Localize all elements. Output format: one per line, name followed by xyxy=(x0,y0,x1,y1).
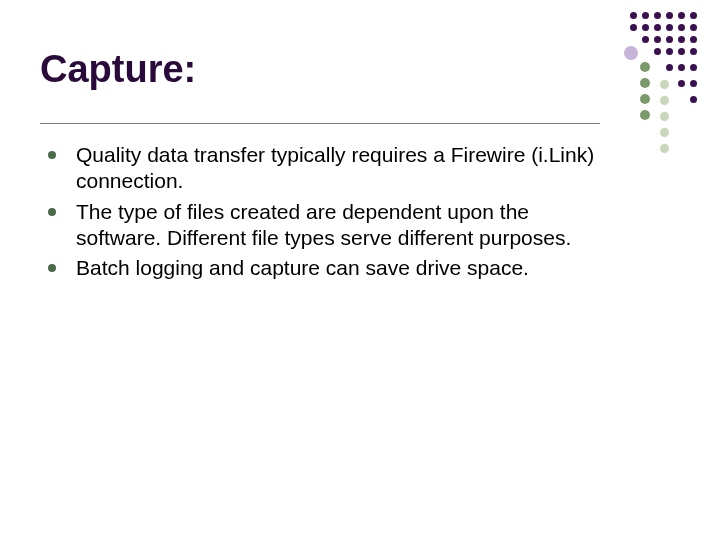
bullet-text: Batch logging and capture can save drive… xyxy=(76,255,529,281)
slide-title: Capture: xyxy=(40,48,680,95)
list-item: Quality data transfer typically requires… xyxy=(48,142,610,195)
bullet-icon xyxy=(48,208,56,216)
corner-decoration xyxy=(598,10,708,170)
list-item: Batch logging and capture can save drive… xyxy=(48,255,610,281)
title-underline xyxy=(40,123,600,124)
bullet-list: Quality data transfer typically requires… xyxy=(40,142,610,281)
bullet-icon xyxy=(48,264,56,272)
list-item: The type of files created are dependent … xyxy=(48,199,610,252)
bullet-text: The type of files created are dependent … xyxy=(76,199,610,252)
bullet-icon xyxy=(48,151,56,159)
slide-container: Capture: Quality data transfer typically… xyxy=(0,0,720,540)
bullet-text: Quality data transfer typically requires… xyxy=(76,142,610,195)
slide-title-block: Capture: xyxy=(40,48,680,124)
